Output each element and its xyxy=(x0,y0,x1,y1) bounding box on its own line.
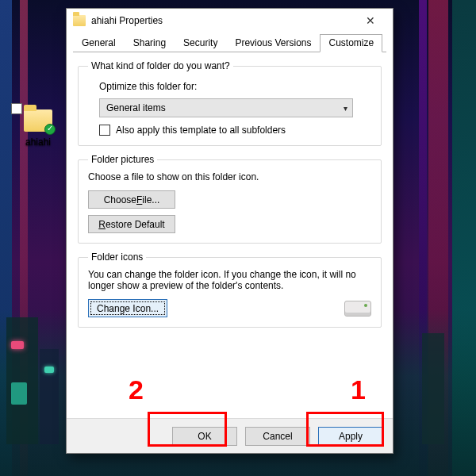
selection-checkbox[interactable] xyxy=(11,103,22,114)
change-icon-button[interactable]: Change Icon... xyxy=(88,299,167,317)
desktop-wallpaper: ahiahi ahiahi Properties ✕ General Shari… xyxy=(0,0,476,476)
close-icon: ✕ xyxy=(366,14,375,27)
tab-previous-versions[interactable]: Previous Versions xyxy=(226,34,320,52)
cancel-button[interactable]: Cancel xyxy=(245,427,310,446)
group-folder-kind-legend: What kind of folder do you want? xyxy=(88,60,233,71)
choose-file-button-pre: Choose xyxy=(104,194,136,205)
restore-default-button-post: estore Default xyxy=(106,219,165,230)
ok-button[interactable]: OK xyxy=(172,427,237,446)
titlebar[interactable]: ahiahi Properties ✕ xyxy=(67,9,393,33)
optimize-combo[interactable]: General items ▾ xyxy=(99,98,353,117)
tab-general[interactable]: General xyxy=(73,34,125,52)
desktop-icon-label: ahiahi xyxy=(14,136,62,148)
choose-file-button[interactable]: Choose File... xyxy=(88,190,175,209)
drive-icon xyxy=(344,301,371,317)
tabstrip: General Sharing Security Previous Versio… xyxy=(67,33,393,52)
close-button[interactable]: ✕ xyxy=(353,10,388,32)
tab-customize[interactable]: Customize xyxy=(320,34,382,52)
desktop-folder-ahiahi[interactable]: ahiahi xyxy=(14,109,62,148)
dialog-footer: OK Cancel Apply xyxy=(67,418,393,453)
group-folder-icons: Folder icons You can change the folder i… xyxy=(78,251,382,328)
also-apply-label: Also apply this template to all subfolde… xyxy=(116,125,286,136)
restore-default-button-hotkey: R xyxy=(98,219,106,230)
group-folder-pictures: Folder pictures Choose a file to show on… xyxy=(78,154,382,244)
optimize-label: Optimize this folder for: xyxy=(99,81,371,92)
sync-ok-badge-icon xyxy=(44,124,56,135)
restore-default-button[interactable]: Restore Default xyxy=(88,215,175,233)
optimize-combo-value: General items xyxy=(106,102,166,113)
folder-icon xyxy=(24,109,52,132)
folder-icons-desc: You can change the folder icon. If you c… xyxy=(88,269,371,291)
folder-icon xyxy=(73,15,86,26)
choose-file-button-post: ile... xyxy=(142,194,159,205)
group-folder-icons-legend: Folder icons xyxy=(88,251,146,263)
apply-button[interactable]: Apply xyxy=(318,427,383,446)
also-apply-checkbox[interactable] xyxy=(99,125,110,136)
group-folder-kind: What kind of folder do you want? Optimiz… xyxy=(78,60,382,146)
window-title: ahiahi Properties xyxy=(91,15,353,26)
group-folder-pictures-legend: Folder pictures xyxy=(88,154,157,165)
choose-file-button-hotkey: F xyxy=(136,194,142,205)
properties-dialog: ahiahi Properties ✕ General Sharing Secu… xyxy=(66,8,393,454)
tab-security[interactable]: Security xyxy=(175,34,226,52)
choose-file-hint: Choose a file to show on this folder ico… xyxy=(88,171,371,182)
tab-content-customize: What kind of folder do you want? Optimiz… xyxy=(67,52,393,418)
tab-sharing[interactable]: Sharing xyxy=(125,34,175,52)
chevron-down-icon: ▾ xyxy=(344,104,347,113)
